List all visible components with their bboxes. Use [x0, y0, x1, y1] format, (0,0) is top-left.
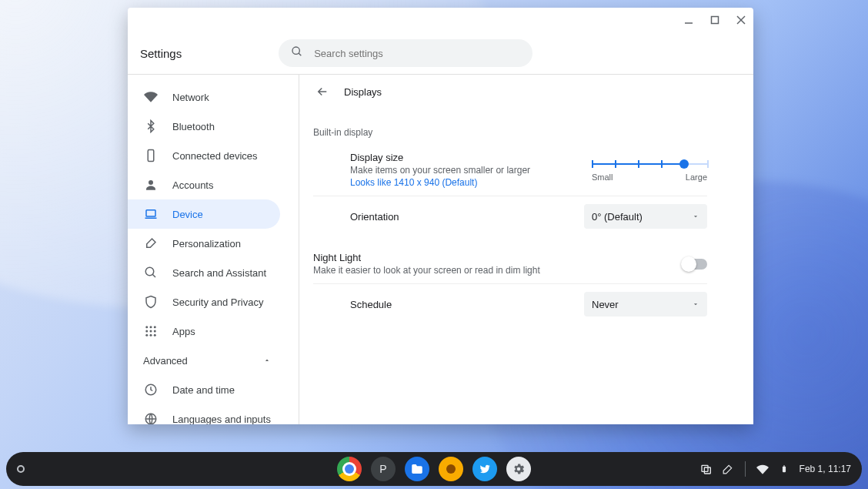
display-size-slider[interactable]: Small Large — [592, 159, 707, 182]
svg-point-18 — [145, 334, 148, 337]
night-light-section: Night Light Make it easier to look at yo… — [299, 236, 753, 324]
night-light-row: Night Light Make it easier to look at yo… — [313, 244, 707, 283]
settings-window: Settings Network Bluetooth Connected dev… — [128, 8, 753, 424]
schedule-select[interactable]: Never — [584, 292, 707, 317]
svg-point-16 — [150, 330, 152, 333]
section-label: Built-in display — [313, 127, 707, 138]
battery-tray-icon[interactable] — [778, 463, 790, 475]
row-subtitle: Make it easier to look at your screen or… — [313, 265, 540, 276]
stylus-icon[interactable] — [722, 463, 734, 475]
search-box[interactable] — [279, 39, 532, 67]
sidebar-item-label: Apps — [172, 326, 195, 337]
shelf-app-chrome[interactable] — [337, 457, 362, 481]
orientation-select[interactable]: 0° (Default) — [584, 204, 707, 229]
slider-min-label: Small — [592, 172, 613, 182]
sidebar-item-device[interactable]: Device — [128, 199, 280, 229]
sidebar-item-connected-devices[interactable]: Connected devices — [128, 141, 280, 170]
sidebar-item-languages-inputs[interactable]: Languages and inputs — [128, 404, 280, 424]
page-title: Displays — [344, 86, 382, 98]
launcher-button[interactable] — [17, 465, 25, 473]
display-size-row: Display size Make items on your screen s… — [313, 149, 707, 196]
sidebar-item-label: Personalization — [172, 238, 241, 250]
shelf-apps: P — [337, 457, 531, 481]
header: Settings — [128, 32, 753, 74]
wifi-tray-icon[interactable] — [756, 463, 769, 475]
sidebar-item-date-time[interactable]: Date and time — [128, 375, 280, 404]
row-resolution: Looks like 1410 x 940 (Default) — [350, 177, 530, 188]
row-title: Orientation — [350, 211, 399, 223]
overview-icon[interactable] — [700, 463, 713, 475]
night-light-toggle[interactable] — [683, 259, 707, 270]
sidebar-item-label: Date and time — [172, 384, 235, 396]
sidebar-item-search-assistant[interactable]: Search and Assistant — [128, 258, 280, 287]
app-title: Settings — [140, 47, 182, 60]
slider-thumb[interactable] — [679, 159, 689, 169]
person-icon — [143, 177, 159, 193]
shelf-app-settings[interactable] — [506, 457, 531, 481]
globe-icon — [143, 411, 159, 424]
shelf-status-tray[interactable]: Feb 1, 11:17 — [700, 461, 851, 477]
sidebar-item-label: Security and Privacy — [172, 296, 264, 308]
sidebar-item-label: Bluetooth — [172, 121, 215, 132]
svg-point-10 — [145, 267, 154, 276]
shelf-app-scratch[interactable] — [439, 457, 463, 481]
window-maximize-button[interactable] — [709, 14, 721, 26]
sidebar-item-bluetooth[interactable]: Bluetooth — [128, 112, 280, 141]
advanced-label: Advanced — [143, 355, 188, 367]
svg-point-19 — [150, 334, 152, 337]
window-close-button[interactable] — [735, 14, 747, 26]
svg-point-14 — [154, 326, 156, 328]
sidebar-item-personalization[interactable]: Personalization — [128, 229, 280, 258]
shelf-app-files[interactable] — [405, 457, 429, 481]
svg-line-11 — [152, 274, 155, 277]
row-subtitle: Make items on your screen smaller or lar… — [350, 165, 530, 176]
sidebar-item-label: Connected devices — [172, 150, 258, 162]
search-icon — [143, 265, 159, 280]
schedule-row: Schedule Never — [313, 283, 707, 324]
shelf-app-twitter[interactable] — [472, 457, 497, 481]
row-title: Display size — [350, 152, 530, 163]
phone-icon — [143, 148, 159, 163]
bluetooth-icon — [143, 119, 159, 134]
brush-icon — [143, 236, 159, 251]
sidebar-item-accounts[interactable]: Accounts — [128, 170, 280, 199]
search-input[interactable] — [314, 48, 520, 59]
svg-rect-27 — [783, 465, 785, 466]
sidebar-item-apps[interactable]: Apps — [128, 317, 280, 346]
shelf-app-profile[interactable]: P — [371, 457, 396, 481]
shield-icon — [143, 294, 159, 310]
sidebar-item-label: Device — [172, 209, 203, 220]
sidebar-item-network[interactable]: Network — [128, 82, 280, 112]
content-pane: Displays Built-in display Display size M… — [299, 75, 753, 424]
clock-icon — [143, 382, 159, 397]
chevron-up-icon — [263, 355, 271, 367]
svg-point-7 — [149, 180, 153, 185]
content-header: Displays — [299, 75, 753, 106]
sidebar-advanced-toggle[interactable]: Advanced — [128, 346, 299, 375]
svg-point-15 — [145, 330, 148, 333]
slider-line — [592, 163, 707, 165]
svg-point-4 — [292, 47, 299, 54]
select-value: Never — [592, 299, 619, 310]
svg-rect-1 — [712, 17, 719, 24]
row-text: Display size Make items on your screen s… — [350, 152, 530, 188]
row-title: Schedule — [350, 299, 392, 310]
svg-rect-26 — [783, 467, 786, 473]
sidebar-item-label: Languages and inputs — [172, 414, 271, 425]
sidebar-item-security-privacy[interactable]: Security and Privacy — [128, 287, 280, 317]
svg-point-13 — [150, 326, 152, 328]
row-title: Night Light — [313, 252, 540, 263]
svg-rect-8 — [146, 210, 155, 216]
toggle-knob — [681, 256, 696, 272]
wifi-icon — [143, 89, 159, 105]
shelf: P Feb 1, 11:17 — [6, 452, 862, 486]
back-button[interactable] — [313, 82, 332, 101]
window-minimize-button[interactable] — [683, 14, 695, 26]
window-titlebar — [128, 8, 753, 32]
divider — [745, 461, 746, 477]
slider-track[interactable] — [592, 159, 707, 169]
svg-point-12 — [145, 326, 148, 328]
sidebar-item-label: Network — [172, 92, 209, 103]
svg-point-20 — [154, 334, 156, 337]
status-time[interactable]: Feb 1, 11:17 — [800, 464, 851, 474]
